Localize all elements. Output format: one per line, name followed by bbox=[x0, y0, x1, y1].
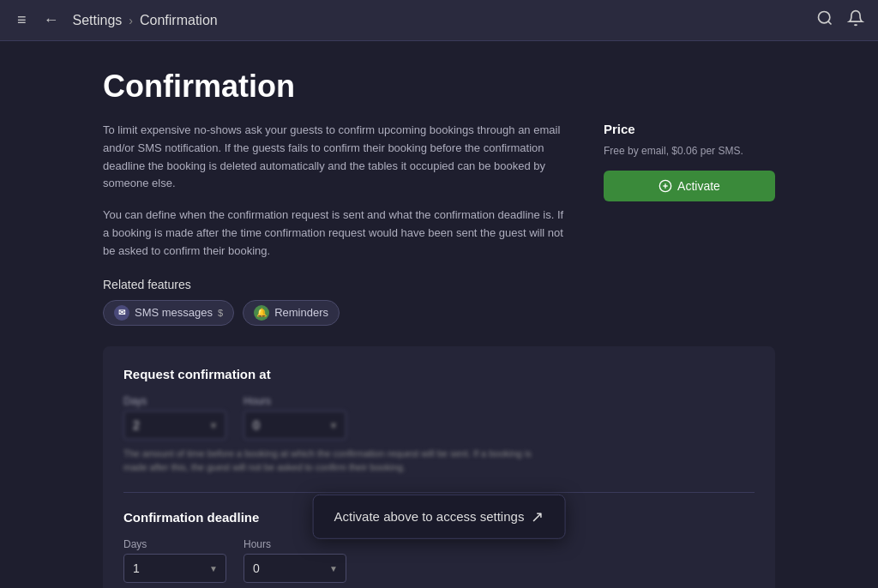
back-button[interactable]: ← bbox=[40, 8, 63, 33]
related-features-title: Related features bbox=[103, 278, 569, 291]
svg-point-0 bbox=[819, 12, 830, 23]
request-hours-select-wrapper: 0 1 bbox=[244, 411, 346, 440]
price-title: Price bbox=[604, 122, 775, 136]
svg-line-1 bbox=[828, 21, 832, 25]
content-layout: To limit expensive no-shows ask your gue… bbox=[103, 122, 775, 326]
deadline-hours-group: Hours 0 1 bbox=[244, 538, 346, 583]
notification-icon[interactable] bbox=[847, 9, 864, 31]
hamburger-icon[interactable]: ≡ bbox=[14, 8, 30, 33]
request-hours-group: Hours 0 1 bbox=[244, 395, 346, 440]
nav-right-icons bbox=[816, 9, 864, 31]
search-icon[interactable] bbox=[816, 9, 833, 31]
activate-button[interactable]: Activate bbox=[604, 171, 775, 201]
request-section-title: Request confirmation at bbox=[123, 367, 755, 381]
deadline-days-label: Days bbox=[123, 538, 226, 550]
sms-badge: $ bbox=[218, 308, 223, 318]
related-features-list: ✉ SMS messages $ 🔔 Reminders bbox=[103, 300, 569, 326]
price-description: Free by email, $0.06 per SMS. bbox=[604, 143, 775, 159]
request-days-label: Days bbox=[123, 395, 226, 407]
reminders-icon: 🔔 bbox=[254, 305, 269, 321]
activate-overlay-tooltip: Activate above to access settings ↗ bbox=[313, 494, 566, 538]
request-hours-label: Hours bbox=[244, 395, 346, 407]
description-1: To limit expensive no-shows ask your gue… bbox=[103, 122, 569, 193]
section-divider-1 bbox=[123, 492, 755, 493]
request-section: Request confirmation at Days 2 1 3 bbox=[123, 367, 755, 475]
request-form-row: Days 2 1 3 Hours 0 bbox=[123, 395, 755, 440]
activate-plus-icon bbox=[658, 179, 672, 193]
deadline-days-select[interactable]: 1 0 2 bbox=[123, 554, 226, 583]
request-hours-select[interactable]: 0 1 bbox=[244, 411, 346, 440]
deadline-hours-label: Hours bbox=[244, 538, 346, 550]
request-days-group: Days 2 1 3 bbox=[123, 395, 226, 440]
related-features: Related features ✉ SMS messages $ 🔔 Remi… bbox=[103, 278, 569, 326]
overlay-text: Activate above to access settings bbox=[334, 509, 525, 524]
request-days-select-wrapper: 2 1 3 bbox=[123, 411, 226, 440]
feature-tag-reminders[interactable]: 🔔 Reminders bbox=[243, 300, 340, 326]
content-left: To limit expensive no-shows ask your gue… bbox=[103, 122, 569, 326]
main-content: Confirmation To limit expensive no-shows… bbox=[0, 41, 878, 588]
deadline-days-group: Days 1 0 2 bbox=[123, 538, 226, 583]
reminders-label: Reminders bbox=[274, 306, 328, 319]
sms-label: SMS messages bbox=[135, 306, 213, 319]
settings-panel: Request confirmation at Days 2 1 3 bbox=[103, 346, 775, 588]
deadline-hours-select[interactable]: 0 1 bbox=[244, 554, 346, 583]
top-nav: ≡ ← Settings › Confirmation bbox=[0, 0, 878, 41]
request-section-content-blurred: Days 2 1 3 Hours 0 bbox=[123, 395, 755, 475]
request-hint: The amount of time before a booking at w… bbox=[123, 447, 552, 475]
breadcrumb: Settings › Confirmation bbox=[73, 13, 218, 28]
page-title: Confirmation bbox=[103, 69, 775, 105]
deadline-hours-select-wrapper: 0 1 bbox=[244, 554, 346, 583]
deadline-form-row: Days 1 0 2 Hours 0 1 bbox=[123, 538, 755, 583]
price-card: Price Free by email, $0.06 per SMS. Acti… bbox=[604, 122, 775, 201]
breadcrumb-current: Confirmation bbox=[140, 13, 218, 28]
breadcrumb-parent[interactable]: Settings bbox=[73, 13, 123, 28]
breadcrumb-separator: › bbox=[129, 14, 133, 27]
feature-tag-sms[interactable]: ✉ SMS messages $ bbox=[103, 300, 234, 326]
activate-label: Activate bbox=[677, 179, 720, 193]
overlay-arrow-icon: ↗ bbox=[531, 507, 544, 525]
sms-icon: ✉ bbox=[114, 305, 129, 321]
deadline-days-select-wrapper: 1 0 2 bbox=[123, 554, 226, 583]
description-2: You can define when the confirmation req… bbox=[103, 207, 569, 260]
request-days-select[interactable]: 2 1 3 bbox=[123, 411, 226, 440]
